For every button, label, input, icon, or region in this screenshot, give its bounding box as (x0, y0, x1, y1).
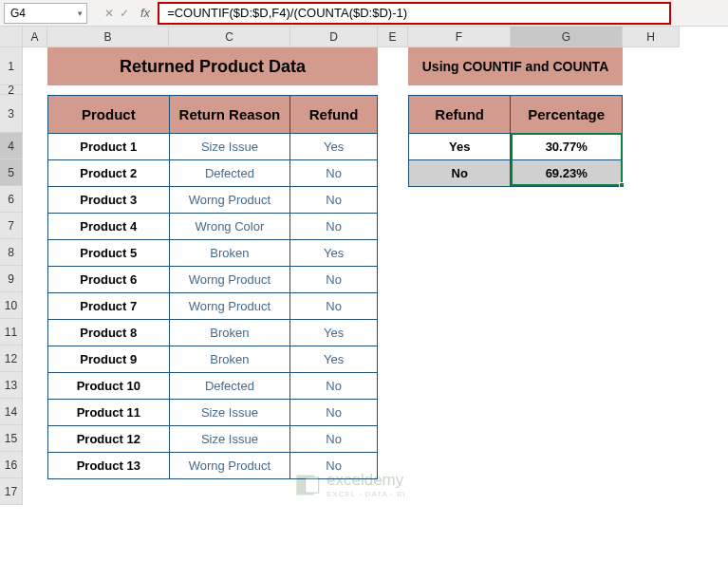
cell-refund[interactable]: No (290, 426, 378, 453)
cell-reason[interactable]: Wrong Color (169, 214, 290, 240)
table-row: No 69.23% (409, 160, 623, 187)
name-box[interactable]: G4 ▾ (4, 3, 87, 24)
table-row: Product 2DefectedNo (48, 160, 378, 187)
col-header-b[interactable]: B (47, 27, 169, 47)
row-header-13[interactable]: 13 (0, 372, 23, 399)
cell-product[interactable]: Product 8 (48, 320, 170, 346)
table-row: Yes 30.77% (409, 134, 623, 160)
formula-input[interactable]: =COUNTIF($D:$D,F4)/(COUNTA($D:$D)-1) (158, 2, 671, 25)
row-header-8[interactable]: 8 (0, 239, 23, 266)
cell-reason[interactable]: Broken (169, 240, 290, 267)
col-header-c[interactable]: C (169, 27, 290, 47)
cell-reason[interactable]: Broken (169, 320, 290, 346)
cell-reason[interactable]: Worng Product (169, 453, 290, 479)
side-title[interactable]: Using COUNTIF and COUNTA (408, 47, 623, 85)
row-header-14[interactable]: 14 (0, 399, 23, 425)
header-product[interactable]: Product (48, 96, 170, 134)
cell-reason[interactable]: Size Issue (169, 134, 290, 160)
cell-refund[interactable]: No (290, 400, 378, 426)
cell-reason[interactable]: Broken (169, 346, 290, 373)
cell-reason[interactable]: Worng Product (169, 267, 290, 293)
table-row: Product 11Size IssueNo (48, 400, 378, 426)
header-percentage[interactable]: Percentage (511, 96, 623, 134)
cell-reason[interactable]: Size Issue (169, 400, 290, 426)
cell-product[interactable]: Product 9 (48, 346, 170, 373)
main-data-table: Product Return Reason Refund Product 1Si… (47, 95, 378, 479)
table-row: Product 8BrokenYes (48, 320, 378, 346)
cell-refund[interactable]: No (290, 373, 378, 400)
table-row: Product 3Worng ProductNo (48, 187, 378, 214)
cell-reason[interactable]: Defected (169, 160, 290, 187)
header-refund[interactable]: Refund (290, 96, 378, 134)
cell-refund-yes[interactable]: Yes (409, 134, 511, 160)
col-header-h[interactable]: H (623, 27, 680, 47)
cell-product[interactable]: Product 5 (48, 240, 170, 267)
cell-product[interactable]: Product 2 (48, 160, 170, 187)
row-header-1[interactable]: 1 (0, 47, 23, 85)
cell-refund[interactable]: Yes (290, 134, 378, 160)
table-row: Product 12Size IssueNo (48, 426, 378, 453)
col-header-a[interactable]: A (23, 27, 47, 47)
cell-percentage-no[interactable]: 69.23% (511, 160, 623, 187)
fx-icon[interactable]: fx (140, 6, 150, 20)
cell-reason[interactable]: Worng Product (169, 293, 290, 320)
cell-percentage-yes[interactable]: 30.77% (511, 134, 623, 160)
spreadsheet-grid[interactable]: A B C D E F G H 1 2 3 4 5 6 7 8 9 10 11 … (0, 27, 728, 561)
row-header-15[interactable]: 15 (0, 425, 23, 452)
row-header-3[interactable]: 3 (0, 95, 23, 133)
cell-refund[interactable]: Yes (290, 240, 378, 267)
main-title[interactable]: Returned Product Data (47, 47, 378, 85)
cell-product[interactable]: Product 10 (48, 373, 170, 400)
cell-refund[interactable]: No (290, 267, 378, 293)
cancel-icon[interactable]: ✕ (104, 7, 114, 20)
cell-product[interactable]: Product 11 (48, 400, 170, 426)
chevron-down-icon[interactable]: ▾ (78, 9, 83, 18)
cell-refund[interactable]: Yes (290, 346, 378, 373)
header-refund[interactable]: Refund (409, 96, 511, 134)
cell-refund[interactable]: No (290, 160, 378, 187)
row-header-7[interactable]: 7 (0, 213, 23, 239)
cell-refund[interactable]: No (290, 293, 378, 320)
cell-product[interactable]: Product 1 (48, 134, 170, 160)
header-reason[interactable]: Return Reason (169, 96, 290, 134)
name-box-value: G4 (10, 7, 26, 20)
row-header-11[interactable]: 11 (0, 319, 23, 346)
cell-refund[interactable]: No (290, 214, 378, 240)
cell-refund[interactable]: Yes (290, 320, 378, 346)
cell-refund[interactable]: No (290, 187, 378, 214)
cell-product[interactable]: Product 4 (48, 214, 170, 240)
cell-reason[interactable]: Worng Product (169, 187, 290, 214)
row-header-9[interactable]: 9 (0, 266, 23, 292)
cell-product[interactable]: Product 13 (48, 453, 170, 479)
table-row: Product 9BrokenYes (48, 346, 378, 373)
row-header-2[interactable]: 2 (0, 85, 23, 95)
table-header-row: Product Return Reason Refund (48, 96, 378, 134)
row-header-10[interactable]: 10 (0, 292, 23, 319)
watermark-text: exceldemy (327, 471, 406, 490)
row-header-12[interactable]: 12 (0, 346, 23, 372)
col-header-d[interactable]: D (290, 27, 378, 47)
cell-refund-no[interactable]: No (409, 160, 511, 187)
cell-product[interactable]: Product 3 (48, 187, 170, 214)
col-header-g[interactable]: G (511, 27, 623, 47)
row-header-6[interactable]: 6 (0, 186, 23, 213)
row-header-5[interactable]: 5 (0, 159, 23, 186)
row-headers: 1 2 3 4 5 6 7 8 9 10 11 12 13 14 15 16 1… (0, 47, 23, 505)
row-header-17[interactable]: 17 (0, 478, 23, 505)
col-header-f[interactable]: F (408, 27, 511, 47)
table-row: Product 6Worng ProductNo (48, 267, 378, 293)
check-icon[interactable]: ✓ (120, 7, 129, 20)
row-header-16[interactable]: 16 (0, 452, 23, 478)
cell-reason[interactable]: Size Issue (169, 426, 290, 453)
cell-product[interactable]: Product 7 (48, 293, 170, 320)
row-header-4[interactable]: 4 (0, 133, 23, 159)
table-row: Product 4Wrong ColorNo (48, 214, 378, 240)
watermark: exceldemy EXCEL · DATA · BI (294, 471, 406, 498)
cell-product[interactable]: Product 6 (48, 267, 170, 293)
formula-text: =COUNTIF($D:$D,F4)/(COUNTA($D:$D)-1) (167, 6, 407, 20)
cell-reason[interactable]: Defected (169, 373, 290, 400)
select-all-corner[interactable] (0, 27, 23, 47)
cell-product[interactable]: Product 12 (48, 426, 170, 453)
col-header-e[interactable]: E (378, 27, 408, 47)
summary-table: Refund Percentage Yes 30.77% No 69.23% (408, 95, 623, 187)
